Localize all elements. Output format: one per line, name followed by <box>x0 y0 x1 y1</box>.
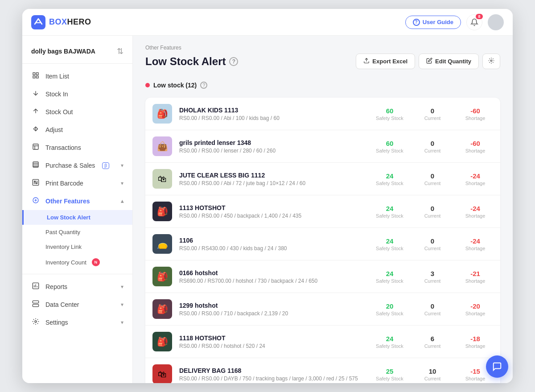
current-stock-value: 0 <box>415 302 450 310</box>
purchase-sales-icon <box>31 161 40 170</box>
safety-stock-label: Safety Stock <box>372 246 407 251</box>
sidebar-item-label: Purchase & Sales <box>45 162 95 169</box>
sidebar: dolly bags BAJWADA ⇅ Item List Stock In <box>22 36 133 383</box>
section-header: Low stock (12) ? <box>145 78 500 92</box>
edit-quantity-button[interactable]: Edit Quantity <box>419 54 479 69</box>
table-row[interactable]: 👜 grils printed lenser 1348 RS0.00 / RS0… <box>145 130 500 163</box>
sidebar-item-item-list[interactable]: Item List <box>22 67 132 85</box>
item-thumbnail: 👜 <box>152 136 172 156</box>
export-excel-button[interactable]: Export Excel <box>356 54 415 69</box>
notification-badge: 8 <box>476 14 483 19</box>
notification-button[interactable]: 8 <box>466 14 482 30</box>
shortage-label: Shortage <box>457 376 493 381</box>
sidebar-item-reports[interactable]: Reports ▾ <box>22 278 132 296</box>
item-info: 1299 hotshot RS0.00 / RS0.00 / 710 / bac… <box>179 302 365 317</box>
table-row[interactable]: 🛍 DELIVERY BAG 1168 RS0.00 / RS0.00 / DA… <box>145 358 500 383</box>
current-stock-stat: 0 Current <box>415 140 450 153</box>
table-row[interactable]: 🛍 JUTE CLEAR LESS BIG 1112 RS0.00 / RS0.… <box>145 163 500 195</box>
item-desc: RS0.00 / RS0.00 / Abi / 72 / jute bag / … <box>179 180 365 186</box>
sidebar-item-stock-in[interactable]: Stock In <box>22 85 132 103</box>
chat-button[interactable] <box>486 355 508 378</box>
content-body: Low stock (12) ? 🎒 DHOLAK KIDS 1113 RS0.… <box>133 74 513 383</box>
sidebar-item-print-barcode[interactable]: Print Barcode ▾ <box>22 174 132 192</box>
item-info: 1113 HOTSHOT RS0.00 / RS0.00 / 450 / bac… <box>179 204 365 219</box>
sidebar-item-label: Stock In <box>45 91 68 98</box>
content-header: Other Features Low Stock Alert ? Export … <box>133 36 513 74</box>
svg-rect-2 <box>36 73 38 75</box>
safety-stock-stat: 24 Safety Stock <box>372 172 407 186</box>
item-info: 1106 RS0.00 / RS430.00 / 430 / kids bag … <box>179 237 365 252</box>
sidebar-item-stock-out[interactable]: Stock Out <box>22 103 132 121</box>
svg-rect-9 <box>33 144 38 149</box>
current-stock-stat: 0 Current <box>415 172 450 186</box>
safety-stock-label: Safety Stock <box>372 278 407 284</box>
beta-badge: β <box>102 162 109 169</box>
safety-stock-label: Safety Stock <box>372 213 407 219</box>
chevron-down-icon: ▾ <box>121 301 123 308</box>
sidebar-item-other-features[interactable]: Other Features ▴ <box>22 192 132 210</box>
shortage-label: Shortage <box>457 311 493 316</box>
table-row[interactable]: 🎒 1299 hotshot RS0.00 / RS0.00 / 710 / b… <box>145 293 500 326</box>
sidebar-item-transactions[interactable]: Transactions <box>22 139 132 157</box>
sub-nav-inventory-count[interactable]: Inventory Count N <box>22 254 132 270</box>
sidebar-item-settings[interactable]: Settings ▾ <box>22 314 132 331</box>
table-row[interactable]: 🎒 1118 HOTSHOT RS0.00 / RS0.00 / hotshot… <box>145 326 500 358</box>
safety-stock-label: Safety Stock <box>372 116 407 121</box>
sidebar-item-label: Transactions <box>45 144 81 151</box>
shortage-label: Shortage <box>457 278 493 284</box>
shortage-label: Shortage <box>457 343 493 349</box>
sidebar-item-purchase-sales[interactable]: Purchase & Sales β ▾ <box>22 157 132 174</box>
sidebar-item-label: Adjust <box>45 126 63 133</box>
breadcrumb: Other Features <box>145 45 500 51</box>
sub-nav-low-stock-alert[interactable]: Low Stock Alert <box>22 210 132 225</box>
item-desc: RS0.00 / RS0.00 / lenser / 280 / 60 / 26… <box>179 148 365 154</box>
sidebar-item-label: Settings <box>45 319 68 326</box>
safety-stock-stat: 24 Safety Stock <box>372 237 407 251</box>
item-name: 1106 <box>179 237 365 244</box>
user-guide-button[interactable]: ? User Guide <box>405 16 461 29</box>
safety-stock-stat: 20 Safety Stock <box>372 302 407 316</box>
current-stock-stat: 0 Current <box>415 107 450 121</box>
table-row[interactable]: 🎒 1113 HOTSHOT RS0.00 / RS0.00 / 450 / b… <box>145 195 500 228</box>
safety-stock-value: 60 <box>372 140 407 147</box>
help-icon[interactable]: ? <box>229 57 238 66</box>
svg-rect-1 <box>33 73 35 75</box>
sidebar-item-adjust[interactable]: Adjust <box>22 121 132 139</box>
main-content: Other Features Low Stock Alert ? Export … <box>133 36 513 383</box>
item-thumbnail: 🎒 <box>152 332 172 351</box>
current-stock-value: 0 <box>415 237 450 245</box>
current-stock-value: 0 <box>415 107 450 115</box>
table-row[interactable]: 👝 1106 RS0.00 / RS430.00 / 430 / kids ba… <box>145 228 500 260</box>
shortage-value: -21 <box>457 270 493 277</box>
sidebar-item-label: Data Center <box>45 301 79 308</box>
item-desc: RS0.00 / RS0.00 / hotshot / 520 / 24 <box>179 343 365 349</box>
section-help-icon[interactable]: ? <box>200 82 207 89</box>
sidebar-item-data-center[interactable]: Data Center ▾ <box>22 296 132 314</box>
safety-stock-stat: 24 Safety Stock <box>372 205 407 219</box>
current-stock-stat: 10 Current <box>415 367 450 381</box>
export-icon <box>363 58 370 65</box>
table-row[interactable]: 🎒 DHOLAK KIDS 1113 RS0.00 / RS0.00 / Abi… <box>145 98 500 130</box>
sub-nav-past-quantity[interactable]: Past Quantity <box>22 225 132 239</box>
item-name: 0166 hotshot <box>179 269 365 276</box>
item-info: 1118 HOTSHOT RS0.00 / RS0.00 / hotshot /… <box>179 334 365 349</box>
page-title-text: Low Stock Alert <box>145 55 226 68</box>
shortage-value: -60 <box>457 140 493 147</box>
current-stock-value: 6 <box>415 335 450 342</box>
chevron-down-icon: ▾ <box>121 162 123 169</box>
workspace-expand-icon[interactable]: ⇅ <box>117 46 123 56</box>
adjust-icon <box>31 125 40 134</box>
settings-button[interactable] <box>482 54 500 69</box>
shortage-label: Shortage <box>457 246 493 251</box>
safety-stock-value: 20 <box>372 302 407 310</box>
safety-stock-stat: 60 Safety Stock <box>372 107 407 121</box>
shortage-stat: -24 Shortage <box>457 172 493 186</box>
sub-nav-inventory-link[interactable]: Inventory Link <box>22 239 132 254</box>
header-right: ? User Guide 8 <box>405 14 504 30</box>
sidebar-item-label: Item List <box>45 73 69 80</box>
table-row[interactable]: 🎒 0166 hotshot RS690.00 / RS700.00 / hot… <box>145 260 500 293</box>
shortage-value: -60 <box>457 107 493 115</box>
shortage-label: Shortage <box>457 181 493 186</box>
safety-stock-label: Safety Stock <box>372 181 407 186</box>
sidebar-item-label: Reports <box>45 283 67 290</box>
